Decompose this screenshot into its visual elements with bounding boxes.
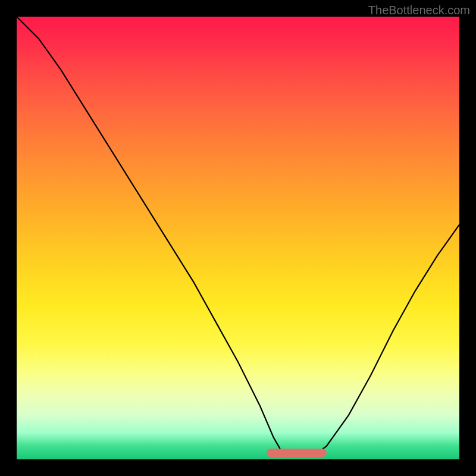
- optimal-range-marker: [267, 449, 326, 457]
- bottleneck-curve-line: [17, 17, 459, 455]
- chart-plot-area: [17, 17, 459, 459]
- chart-curve-svg: [17, 17, 459, 459]
- watermark-text: TheBottleneck.com: [368, 4, 470, 17]
